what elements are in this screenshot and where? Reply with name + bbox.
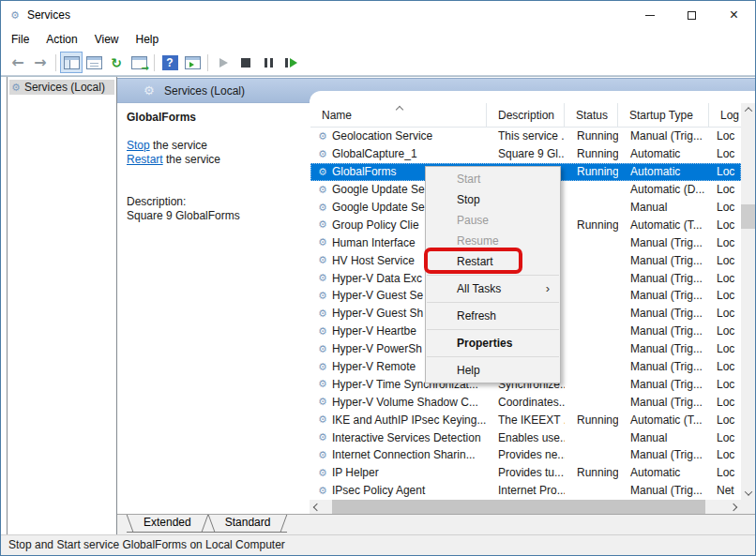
service-name-cell: ⚙IP Helper [310, 466, 487, 479]
show-console-tree-button[interactable] [60, 52, 83, 73]
column-header-name[interactable]: Name [310, 103, 487, 127]
properties-button[interactable] [83, 52, 105, 73]
service-startup-cell: Manual (Trig... [618, 324, 709, 338]
scroll-up-button[interactable] [741, 103, 755, 116]
service-gear-icon: ⚙ [318, 414, 327, 425]
services-pane: ⚙ Services (Local) GlobalForms Stop the … [117, 77, 755, 534]
service-gear-icon: ⚙ [318, 326, 327, 337]
stop-service-link[interactable]: Stop [127, 139, 150, 152]
column-header-description[interactable]: Description [487, 103, 565, 127]
service-logon-cell: Loc [709, 147, 741, 160]
context-menu-item-all-tasks[interactable]: All Tasks› [426, 278, 560, 299]
service-gear-icon: ⚙ [318, 308, 327, 319]
tab-standard[interactable]: Standard [208, 515, 288, 533]
table-row[interactable]: ⚙Hyper-V Volume Shadow C...Coordinates..… [310, 393, 741, 411]
service-startup-cell: Manual (Trig... [618, 360, 709, 373]
context-menu-item-start[interactable]: Start [426, 169, 560, 189]
service-status-cell: Running [565, 165, 618, 178]
menu-separator [427, 329, 559, 330]
context-menu-item-properties[interactable]: Properties [426, 333, 560, 353]
vertical-scrollbar[interactable] [741, 103, 755, 500]
chevron-up-icon [744, 107, 751, 114]
vertical-scroll-thumb[interactable] [741, 204, 755, 229]
service-startup-cell: Manual (Trig... [618, 342, 709, 355]
console-tree-icon [64, 56, 80, 69]
context-menu-item-help[interactable]: Help [426, 360, 560, 381]
scroll-down-button[interactable] [741, 487, 755, 500]
pause-service-button[interactable] [257, 52, 280, 73]
service-status-cell: Running [565, 129, 618, 143]
column-header-status[interactable]: Status [565, 103, 618, 127]
service-name-text: IP Helper [332, 466, 379, 479]
service-description-panel: GlobalForms Stop the serviceRestart the … [117, 103, 310, 514]
service-name-text: Hyper-V Guest Sh [332, 307, 423, 320]
menu-help[interactable]: Help [128, 29, 168, 50]
start-service-button[interactable] [212, 52, 234, 73]
service-logon-cell: Loc [709, 378, 741, 391]
service-gear-icon: ⚙ [318, 219, 327, 230]
maximize-button[interactable] [671, 1, 713, 29]
service-status-cell: Running [565, 466, 618, 479]
description-text: Square 9 GlobalForms [127, 209, 310, 222]
service-name-text: GlobalCapture_1 [332, 147, 417, 160]
list-header: NameDescriptionStatusStartup TypeLog [310, 103, 741, 128]
forward-icon: → [34, 53, 46, 71]
service-status-cell: Running [565, 147, 618, 160]
help-button[interactable]: ? [159, 52, 181, 73]
service-description-cell: This service ... [487, 129, 565, 143]
restart-service-line: Restart the service [127, 153, 310, 167]
console-tree-pane: ⚙ Services (Local) [7, 77, 117, 534]
service-name-text: Interactive Services Detection [332, 431, 481, 444]
service-startup-cell: Manual (Trig... [618, 236, 709, 249]
menu-view[interactable]: View [86, 29, 128, 50]
column-header-log[interactable]: Log [709, 103, 741, 127]
menu-file[interactable]: File [3, 29, 38, 50]
table-row[interactable]: ⚙IP HelperProvides tu...RunningAutomatic… [310, 464, 741, 482]
tree-item-services-local[interactable]: ⚙ Services (Local) [9, 80, 114, 95]
close-button[interactable]: × [713, 1, 755, 29]
restart-service-link[interactable]: Restart [127, 153, 163, 166]
service-name-text: Group Policy Clie [332, 218, 419, 232]
menu-action[interactable]: Action [38, 29, 85, 50]
service-gear-icon: ⚙ [318, 344, 327, 354]
service-gear-icon: ⚙ [318, 273, 327, 283]
table-row[interactable]: ⚙IPsec Policy AgentInternet Pro...Manual… [310, 482, 741, 500]
status-bar: Stop and Start service GlobalForms on Lo… [1, 534, 755, 555]
service-name-text: Hyper-V Heartbe [332, 324, 416, 338]
context-menu-item-stop[interactable]: Stop [426, 189, 560, 210]
table-row[interactable]: ⚙Geolocation ServiceThis service ...Runn… [310, 128, 741, 145]
show-action-pane-button[interactable] [181, 52, 204, 73]
service-gear-icon: ⚙ [318, 397, 327, 407]
tab-extended[interactable]: Extended [127, 515, 208, 533]
table-row[interactable]: ⚙IKE and AuthIP IPsec Keying...The IKEEX… [310, 411, 741, 428]
back-button[interactable]: ← [7, 52, 29, 73]
horizontal-scroll-thumb[interactable] [332, 500, 705, 514]
service-logon-cell: Loc [709, 272, 741, 285]
table-row[interactable]: ⚙Interactive Services DetectionEnables u… [310, 428, 741, 446]
scroll-left-button[interactable] [310, 500, 323, 514]
context-menu-item-refresh[interactable]: Refresh [426, 306, 560, 326]
service-gear-icon: ⚙ [318, 149, 327, 159]
refresh-button[interactable]: ↻ [105, 52, 128, 73]
table-row[interactable]: ⚙GlobalCapture_1Square 9 Gl...RunningAut… [310, 145, 741, 163]
menu-bar: FileActionViewHelp [1, 29, 755, 50]
title-bar: ⚙ Services × [1, 1, 755, 29]
start-service-icon [219, 58, 228, 68]
table-row[interactable]: ⚙Internet Connection Sharin...Provides n… [310, 446, 741, 464]
context-menu-item-pause[interactable]: Pause [426, 210, 560, 231]
export-list-button[interactable]: → [128, 52, 150, 73]
service-logon-cell: Net [709, 484, 741, 497]
scroll-right-button[interactable] [728, 500, 741, 514]
help-icon: ? [162, 55, 178, 70]
stop-service-button[interactable] [234, 52, 257, 73]
column-header-startup-type[interactable]: Startup Type [618, 103, 709, 127]
horizontal-scrollbar[interactable] [310, 500, 741, 514]
service-name-text: HV Host Service [332, 254, 415, 267]
service-startup-cell: Automatic (D... [618, 183, 709, 196]
service-logon-cell: Loc [709, 324, 741, 338]
forward-button[interactable]: → [29, 52, 52, 73]
service-logon-cell: Loc [709, 396, 741, 409]
restart-service-button[interactable] [280, 52, 302, 73]
minimize-button[interactable] [628, 1, 671, 29]
service-gear-icon: ⚙ [318, 362, 327, 372]
